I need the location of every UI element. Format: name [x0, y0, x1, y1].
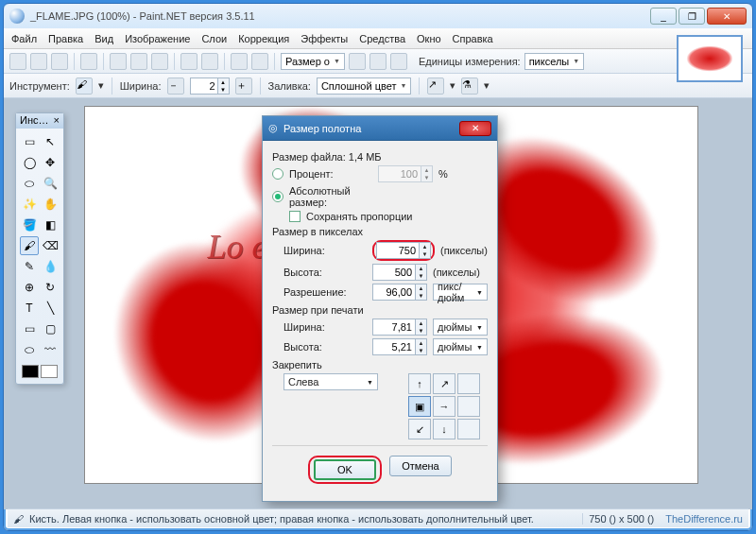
grid-icon[interactable]: [369, 53, 387, 70]
keep-aspect-check[interactable]: [289, 211, 301, 222]
bucket-tool[interactable]: 🪣: [20, 215, 39, 234]
anchor-blank1[interactable]: [457, 373, 480, 394]
fill-combo[interactable]: Сплошной цвет▼: [317, 78, 412, 95]
close-button[interactable]: ✕: [707, 8, 747, 25]
units-combo[interactable]: пикселы▼: [524, 53, 585, 70]
move-selection-tool[interactable]: ✥: [41, 153, 60, 172]
rrect-tool[interactable]: ▢: [41, 319, 60, 338]
menu-view[interactable]: Вид: [94, 33, 113, 44]
zoom-tool[interactable]: 🔍: [41, 174, 60, 193]
pan-tool[interactable]: ✋: [41, 195, 60, 214]
new-icon[interactable]: [9, 53, 26, 70]
anchor-w[interactable]: ▣: [408, 396, 431, 417]
brush-width-spin[interactable]: ▲▼: [190, 78, 230, 95]
menu-edit[interactable]: Правка: [48, 33, 83, 44]
zoom-combo[interactable]: Размер о▼: [281, 53, 345, 70]
print-height-unit[interactable]: дюймы▼: [433, 338, 488, 355]
move-tool[interactable]: ↖: [41, 132, 60, 151]
cut-icon[interactable]: [110, 53, 127, 70]
paste-icon[interactable]: [151, 53, 168, 70]
dialog-icon: ◎: [268, 122, 278, 134]
menu-layers[interactable]: Слои: [201, 33, 227, 44]
print-width-input[interactable]: ▲▼: [372, 319, 427, 336]
units-label: Единицы измерения:: [419, 56, 521, 67]
gradient-tool[interactable]: ◧: [41, 215, 60, 234]
eraser-tool[interactable]: ⌫: [41, 236, 60, 255]
resolution-input[interactable]: ▲▼: [372, 284, 427, 301]
redo-icon[interactable]: [251, 53, 268, 70]
menu-image[interactable]: Изображение: [125, 33, 190, 44]
width-plus-icon[interactable]: ＋: [235, 78, 252, 95]
cancel-button[interactable]: Отмена: [389, 456, 452, 476]
rect-select-tool[interactable]: ▭: [20, 132, 39, 151]
percent-radio[interactable]: [272, 168, 284, 180]
absolute-radio[interactable]: [272, 191, 284, 202]
pencil-tool[interactable]: ✎: [20, 257, 39, 276]
brush-tool[interactable]: 🖌: [20, 236, 39, 255]
width-px-label: Ширина:: [284, 245, 367, 256]
tool-label: Инструмент:: [9, 80, 70, 92]
open-icon[interactable]: [30, 53, 47, 70]
absolute-label: Абсолютный размер:: [289, 185, 372, 208]
undo-icon[interactable]: [231, 53, 248, 70]
filesize-label: Размер файла: 1,4 МБ: [272, 151, 382, 163]
maximize-button[interactable]: ❐: [679, 8, 705, 25]
copy-icon[interactable]: [130, 53, 147, 70]
width-minus-icon[interactable]: －: [167, 78, 184, 95]
print-width-unit[interactable]: дюймы▼: [433, 319, 488, 336]
anchor-combo[interactable]: Слева▼: [284, 373, 378, 390]
ruler-icon[interactable]: [390, 53, 407, 70]
primary-color[interactable]: [22, 365, 39, 378]
dialog-close-button[interactable]: ✕: [459, 121, 491, 136]
picker-tool[interactable]: 💧: [41, 257, 60, 276]
blend-icon[interactable]: ⚗: [461, 78, 478, 95]
menu-adjust[interactable]: Коррекция: [238, 33, 289, 44]
secondary-color[interactable]: [41, 365, 58, 378]
print-height-input[interactable]: ▲▼: [372, 338, 427, 355]
ellipse-tool[interactable]: ⬭: [20, 340, 39, 359]
tool-options-bar: Инструмент: 🖌 ▾ Ширина: － ▲▼ ＋ Заливка: …: [4, 74, 752, 98]
window-title: _FLAME.JPG (100%) - Paint.NET версия 3.5…: [30, 10, 644, 22]
height-px-input[interactable]: ▲▼: [372, 264, 427, 281]
dialog-title: Размер полотна: [284, 123, 361, 134]
minimize-button[interactable]: _: [650, 8, 677, 25]
anchor-e[interactable]: →: [433, 396, 455, 417]
anchor-ne[interactable]: ↗: [433, 373, 455, 394]
anchor-n[interactable]: ↑: [408, 373, 431, 394]
ok-button[interactable]: OK: [314, 459, 376, 480]
menu-tools[interactable]: Средства: [359, 33, 405, 44]
resolution-unit-combo[interactable]: пикс/дюйм▼: [433, 284, 488, 301]
antialias-icon[interactable]: ↗: [427, 78, 444, 95]
line-tool[interactable]: ╲: [41, 299, 60, 318]
freeform-tool[interactable]: 〰: [41, 340, 60, 359]
width-px-input[interactable]: ▲▼: [376, 242, 431, 259]
tools-panel[interactable]: Инс…× ▭ ↖ ◯ ✥ ⬭ 🔍 ✨ ✋ 🪣 ◧ 🖌 ⌫ ✎ 💧 ⊕ ↻ T …: [15, 112, 64, 385]
menu-help[interactable]: Справка: [453, 33, 493, 44]
deselect-icon[interactable]: [201, 53, 218, 70]
brand-watermark: TheDifference.ru: [660, 513, 743, 525]
text-tool[interactable]: T: [20, 299, 39, 318]
anchor-blank3[interactable]: [457, 419, 480, 439]
clone-tool[interactable]: ⊕: [20, 278, 39, 297]
brush-icon[interactable]: 🖌: [76, 78, 93, 95]
wand-tool[interactable]: ✨: [20, 195, 39, 214]
app-icon: [9, 9, 25, 24]
percent-input: ▲▼: [378, 165, 433, 182]
lasso-tool[interactable]: ◯: [20, 153, 39, 172]
menu-window[interactable]: Окно: [417, 33, 441, 44]
crop-icon[interactable]: [180, 53, 198, 70]
menu-file[interactable]: Файл: [11, 33, 37, 44]
anchor-sw[interactable]: ↙: [408, 419, 431, 439]
save-icon[interactable]: [51, 53, 68, 70]
anchor-blank2[interactable]: [457, 396, 480, 417]
zoom-out-icon[interactable]: [349, 53, 366, 70]
anchor-s[interactable]: ↓: [433, 419, 455, 439]
status-dimensions: 750 () x 500 (): [582, 513, 654, 525]
recolor-tool[interactable]: ↻: [41, 278, 60, 297]
ellipse-select-tool[interactable]: ⬭: [20, 174, 39, 193]
image-thumbnail[interactable]: [677, 35, 743, 82]
menu-effects[interactable]: Эффекты: [301, 33, 348, 44]
rect-tool[interactable]: ▭: [20, 319, 39, 338]
print-icon[interactable]: [80, 53, 97, 70]
tools-panel-close[interactable]: ×: [54, 114, 60, 128]
